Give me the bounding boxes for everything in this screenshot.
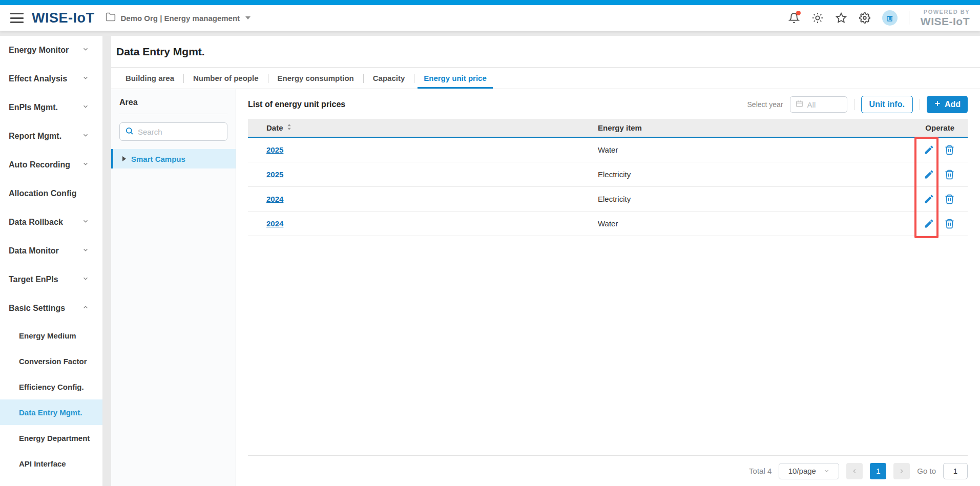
column-date: Date (266, 123, 283, 132)
chevron-down-icon (82, 74, 89, 83)
sidebar-item-auto-recording[interactable]: Auto Recording (0, 151, 102, 179)
next-page-button[interactable] (893, 463, 910, 479)
page-size-value: 10/page (788, 467, 816, 475)
date-link[interactable]: 2024 (266, 219, 283, 228)
chevron-down-icon (82, 218, 89, 227)
table-controls: List of energy unit prices Select year A… (248, 93, 968, 116)
notification-bell-icon[interactable] (788, 12, 800, 24)
chevron-down-icon (82, 160, 89, 170)
delete-trash-icon[interactable] (943, 193, 955, 205)
delete-trash-icon[interactable] (943, 144, 955, 156)
sidebar-item-basic-settings[interactable]: Basic Settings (0, 294, 102, 323)
tab-number-of-people[interactable]: Number of people (184, 68, 268, 89)
tree-item-label: Smart Campus (131, 155, 185, 163)
chevron-left-icon (851, 468, 858, 475)
delete-trash-icon[interactable] (943, 218, 955, 230)
energy-item-cell: Water (598, 145, 891, 154)
search-icon (125, 126, 134, 137)
search-input[interactable] (138, 128, 240, 136)
sidebar-item-efficiency-config[interactable]: Efficiency Config. (0, 374, 102, 399)
sidebar-item-effect-analysis[interactable]: Effect Analysis (0, 65, 102, 93)
page-size-select[interactable]: 10/page (779, 463, 839, 479)
plus-icon (934, 100, 941, 109)
org-label: Demo Org | Energy management (120, 14, 240, 23)
theme-sun-icon[interactable] (811, 12, 824, 24)
tab-energy-unit-price[interactable]: Energy unit price (414, 68, 496, 89)
sidebar-item-energy-department[interactable]: Energy Department (0, 425, 102, 451)
date-link[interactable]: 2025 (266, 170, 283, 179)
tab-energy-consumption[interactable]: Energy consumption (268, 68, 363, 89)
area-panel-title: Area (119, 89, 227, 114)
chevron-right-icon (898, 468, 905, 475)
sidebar-item-data-entry-mgmt[interactable]: Data Entry Mgmt. (0, 399, 102, 425)
table-row: 2025 Electricity (248, 162, 968, 187)
column-energy-item: Energy item (598, 123, 891, 132)
sidebar-item-energy-monitor[interactable]: Energy Monitor (0, 36, 102, 65)
goto-page-input[interactable] (943, 463, 968, 479)
sidebar-item-data-monitor[interactable]: Data Monitor (0, 237, 102, 265)
chevron-up-icon (82, 304, 89, 313)
notification-dot (796, 11, 801, 15)
table-row: 2024 Electricity (248, 187, 968, 212)
delete-trash-icon[interactable] (943, 168, 955, 181)
sidebar-item-enpis-mgmt[interactable]: EnPIs Mgmt. (0, 93, 102, 122)
edit-pencil-icon[interactable] (923, 144, 935, 156)
year-select[interactable]: All (790, 96, 847, 113)
favorite-star-icon[interactable] (835, 12, 847, 24)
select-year-label: Select year (747, 100, 783, 109)
main-panel: Data Entry Mgmt. Building area Number of… (111, 36, 980, 486)
tree-expand-caret-icon (122, 156, 126, 161)
chevron-down-icon (82, 246, 89, 256)
tabs-bar: Building area Number of people Energy co… (111, 68, 980, 89)
table-row: 2025 Water (248, 138, 968, 162)
total-count: Total 4 (749, 467, 772, 475)
calendar-icon (796, 100, 803, 110)
date-link[interactable]: 2025 (266, 145, 283, 154)
energy-item-cell: Electricity (598, 195, 891, 203)
chevron-down-icon (82, 275, 89, 284)
year-select-value: All (807, 100, 816, 109)
menu-icon[interactable] (10, 13, 24, 23)
column-operate: Operate (891, 123, 968, 132)
sidebar-item-allocation-config[interactable]: Allocation Config (0, 179, 102, 208)
energy-item-cell: Water (598, 219, 891, 228)
area-panel: Area Smart Campus (111, 89, 236, 486)
pagination-bar: Total 4 10/page 1 Go to (248, 455, 968, 486)
settings-gear-icon[interactable] (859, 12, 871, 24)
edit-pencil-icon[interactable] (923, 218, 935, 230)
goto-label: Go to (917, 467, 936, 475)
edit-pencil-icon[interactable] (923, 193, 935, 205)
tab-building-area[interactable]: Building area (116, 68, 183, 89)
header-divider (909, 11, 909, 25)
tab-capacity[interactable]: Capacity (364, 68, 414, 89)
user-avatar[interactable] (882, 10, 898, 26)
sidebar-item-page-kpis-mgmt[interactable]: Page KPIs Mgmt. (0, 476, 102, 486)
list-title: List of energy unit prices (248, 100, 747, 109)
sort-icon[interactable] (286, 123, 292, 132)
edit-pencil-icon[interactable] (923, 168, 935, 181)
chevron-down-icon (82, 103, 89, 112)
prev-page-button[interactable] (846, 463, 863, 479)
energy-item-cell: Electricity (598, 170, 891, 179)
sidebar-item-report-mgmt[interactable]: Report Mgmt. (0, 122, 102, 151)
sidebar-item-energy-medium[interactable]: Energy Medium (0, 323, 102, 348)
sidebar-item-conversion-factor[interactable]: Conversion Factor (0, 348, 102, 374)
table-header-row: Date Energy item Operate (248, 119, 968, 138)
current-page-button[interactable]: 1 (870, 463, 886, 479)
table-section: List of energy unit prices Select year A… (236, 89, 980, 486)
sidebar-item-api-interface[interactable]: API Interface (0, 451, 102, 476)
controls-divider (854, 99, 854, 110)
page-header: Data Entry Mgmt. (111, 36, 980, 68)
org-selector[interactable]: Demo Org | Energy management (106, 12, 251, 24)
page-title: Data Entry Mgmt. (116, 46, 205, 58)
chevron-down-icon (823, 468, 830, 474)
area-search-box (119, 122, 227, 141)
add-button[interactable]: Add (927, 96, 968, 113)
date-link[interactable]: 2024 (266, 195, 283, 203)
tree-item-smart-campus[interactable]: Smart Campus (111, 149, 236, 168)
sidebar-item-data-rollback[interactable]: Data Rollback (0, 208, 102, 237)
sidebar-item-target-enpis[interactable]: Target EnPIs (0, 265, 102, 294)
unit-info-button[interactable]: Unit info. (861, 96, 913, 113)
sidebar-nav: Energy Monitor Effect Analysis EnPIs Mgm… (0, 36, 102, 486)
add-button-label: Add (945, 100, 961, 109)
